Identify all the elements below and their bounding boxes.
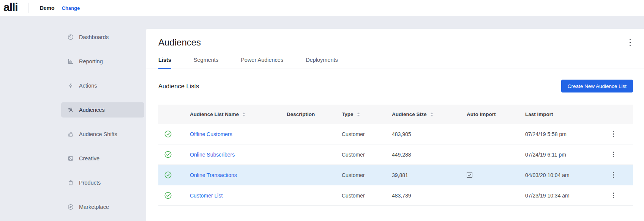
status-active-icon (164, 151, 172, 158)
audience-list-link[interactable]: Online Subscribers (190, 152, 235, 158)
top-bar: alli Demo Change (0, 0, 644, 16)
thumbs-up-icon (68, 131, 74, 137)
sidebar-item-label: Audience Shifts (79, 131, 117, 137)
main-panel: Audiences ListsSegmentsPower AudiencesDe… (146, 29, 644, 221)
sidebar-item-label: Creative (79, 155, 99, 161)
tab-lists[interactable]: Lists (158, 57, 171, 69)
topbar-divider (28, 3, 28, 13)
page-title: Audiences (158, 37, 201, 48)
column-header-label: Auto Import (467, 111, 496, 117)
tab-bar: ListsSegmentsPower AudiencesDeployments (146, 57, 644, 69)
sidebar-item-label: Audiences (79, 107, 105, 113)
section-header: Audience Lists Create New Audience List (146, 69, 644, 92)
column-header-last_import: Last Import (525, 111, 606, 117)
audience-lists-table: Audience List NameDescriptionTypeAudienc… (158, 105, 633, 206)
audience-list-link[interactable]: Customer List (190, 193, 223, 199)
column-header-description: Description (287, 111, 342, 117)
column-header-label: Audience Size (392, 111, 427, 117)
column-header-label: Audience List Name (190, 111, 239, 117)
sidebar-item-audience-shifts[interactable]: Audience Shifts (61, 127, 144, 142)
sidebar-item-products[interactable]: Products (61, 175, 144, 190)
audience-size-cell: 483,739 (392, 193, 467, 199)
status-active-icon (164, 130, 172, 138)
people-icon (68, 107, 74, 113)
sidebar-item-reporting[interactable]: Reporting (61, 54, 144, 69)
column-header-label: Last Import (525, 111, 553, 117)
column-header-size[interactable]: Audience Size (392, 111, 467, 117)
alli-logo: alli (3, 2, 18, 14)
table-body: Offline CustomersCustomer483,90507/24/19… (158, 124, 633, 206)
sidebar-item-label: Actions (79, 83, 97, 89)
sidebar-item-label: Dashboards (79, 34, 109, 40)
column-header-label: Description (287, 111, 315, 117)
change-account-link[interactable]: Change (62, 5, 80, 11)
section-title: Audience Lists (158, 83, 199, 90)
audience-size-cell: 483,905 (392, 131, 467, 137)
tab-deployments[interactable]: Deployments (306, 57, 338, 69)
table-row: Customer ListCustomer483,73907/23/19 10:… (158, 185, 633, 206)
type-cell: Customer (342, 193, 392, 199)
row-overflow-menu-icon[interactable] (611, 130, 616, 138)
type-cell: Customer (342, 131, 392, 137)
compass-icon (68, 204, 74, 210)
bar-chart-icon (68, 58, 74, 64)
table-row: Offline CustomersCustomer483,90507/24/19… (158, 124, 633, 144)
sidebar-item-dashboards[interactable]: Dashboards (61, 30, 144, 45)
sidebar-item-actions[interactable]: Actions (61, 78, 144, 93)
sidebar-item-label: Reporting (79, 58, 103, 64)
row-overflow-menu-icon[interactable] (611, 171, 616, 179)
lightning-icon (68, 83, 74, 89)
sort-icon[interactable] (357, 113, 360, 116)
audience-list-link[interactable]: Online Transactions (190, 172, 237, 178)
type-cell: Customer (342, 152, 392, 158)
page-body: DashboardsReportingActionsAudiencesAudie… (0, 16, 644, 221)
sidebar-item-label: Marketplace (79, 204, 109, 210)
last-import-cell: 07/23/19 10:34 am (525, 193, 606, 199)
column-header-label: Type (342, 111, 354, 117)
create-new-audience-list-button[interactable]: Create New Audience List (561, 80, 633, 92)
sort-icon[interactable] (430, 113, 433, 116)
table-row: Online SubscribersCustomer449,28807/24/1… (158, 144, 633, 165)
sidebar-item-marketplace[interactable]: Marketplace (61, 199, 144, 215)
page-header: Audiences (146, 29, 644, 48)
sidebar-item-creative[interactable]: Creative (61, 151, 144, 166)
account-name: Demo (40, 5, 55, 11)
status-active-icon (164, 171, 172, 179)
row-overflow-menu-icon[interactable] (611, 191, 616, 200)
sidebar-item-label: Products (79, 180, 101, 186)
auto-import-checkbox[interactable] (467, 172, 472, 178)
last-import-cell: 07/24/19 5:58 pm (525, 131, 606, 137)
page-overflow-menu-icon[interactable] (627, 38, 633, 48)
last-import-cell: 07/24/19 6:11 pm (525, 152, 606, 158)
last-import-cell: 04/03/20 10:04 am (525, 172, 606, 178)
sidebar-item-audiences[interactable]: Audiences (61, 102, 144, 118)
table-row: Online TransactionsCustomer39,88104/03/2… (158, 165, 633, 185)
auto-import-cell (467, 172, 525, 178)
table-header-row: Audience List NameDescriptionTypeAudienc… (158, 105, 633, 124)
tab-segments[interactable]: Segments (194, 57, 218, 69)
status-active-icon (164, 192, 172, 199)
audience-list-link[interactable]: Offline Customers (190, 131, 232, 137)
dashboard-gauge-icon (68, 34, 74, 40)
sidebar: DashboardsReportingActionsAudiencesAudie… (0, 16, 146, 221)
sidebar-nav: DashboardsReportingActionsAudiencesAudie… (61, 30, 144, 215)
sort-icon[interactable] (242, 113, 245, 116)
image-icon (68, 155, 74, 161)
shopping-bag-icon (68, 180, 74, 186)
column-header-auto_import: Auto Import (467, 111, 525, 117)
column-header-name[interactable]: Audience List Name (190, 111, 287, 117)
audience-size-cell: 39,881 (392, 172, 467, 178)
tab-power-audiences[interactable]: Power Audiences (241, 57, 283, 69)
type-cell: Customer (342, 172, 392, 178)
audience-size-cell: 449,288 (392, 152, 467, 158)
column-header-type[interactable]: Type (342, 111, 392, 117)
row-overflow-menu-icon[interactable] (611, 150, 616, 159)
